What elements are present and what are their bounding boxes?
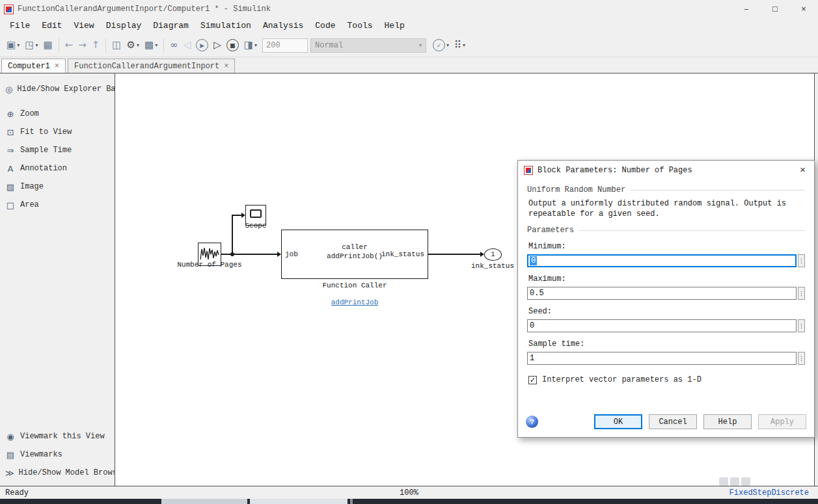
sidebar-item-model-browser[interactable]: ≫ Hide/Show Model Browser bbox=[5, 464, 115, 482]
minimum-options-button[interactable]: ⋮ bbox=[798, 254, 805, 267]
menu-code[interactable]: Code bbox=[309, 18, 341, 34]
stop-button[interactable]: ■ bbox=[224, 37, 241, 53]
minimum-input[interactable]: 0 bbox=[527, 254, 797, 267]
tab-close-icon[interactable]: × bbox=[224, 62, 228, 71]
wire-arrowhead-icon bbox=[241, 213, 245, 218]
new-model-button[interactable]: ▣ ▾ bbox=[4, 38, 22, 52]
menu-file[interactable]: File bbox=[4, 18, 36, 34]
menu-display[interactable]: Display bbox=[100, 18, 148, 34]
dialog-close-icon[interactable]: × bbox=[797, 165, 808, 176]
help-button[interactable]: Help bbox=[703, 414, 752, 429]
sidebar-item-viewmarks[interactable]: ▤ Viewmarks bbox=[5, 445, 115, 464]
back-button[interactable]: ← bbox=[62, 38, 76, 52]
sidebar-item-area[interactable]: □ Area bbox=[5, 196, 115, 214]
maximum-input[interactable] bbox=[527, 287, 797, 300]
maximum-options-button[interactable]: ⋮ bbox=[798, 287, 805, 300]
sidebar-item-viewmark-this-view[interactable]: ◉ Viewmark this View bbox=[5, 427, 115, 445]
vertical-dots-icon: ⋮ bbox=[798, 258, 804, 264]
seed-options-button[interactable]: ⋮ bbox=[798, 319, 805, 332]
tab-close-icon[interactable]: × bbox=[55, 62, 59, 71]
sidebar-item-label: Viewmarks bbox=[20, 450, 62, 459]
title-bar: FunctionCallerandArgumentInport/Computer… bbox=[0, 0, 818, 18]
update-diagram-button[interactable]: ✓ ▾ bbox=[430, 37, 452, 53]
maximum-label: Maximum: bbox=[528, 274, 805, 284]
apply-button[interactable]: Apply bbox=[758, 414, 806, 429]
checkbox-checked[interactable]: ✓ bbox=[528, 376, 537, 384]
menu-analysis[interactable]: Analysis bbox=[257, 18, 309, 34]
menu-view[interactable]: View bbox=[68, 18, 100, 34]
run-button[interactable]: ▶ bbox=[193, 37, 211, 53]
menu-help[interactable]: Help bbox=[379, 18, 411, 34]
chevron-down-icon: ▾ bbox=[137, 43, 139, 48]
seed-input[interactable] bbox=[527, 319, 797, 332]
sidebar-item-zoom[interactable]: ⊕ Zoom bbox=[5, 105, 115, 123]
parameters-group-title: Parameters bbox=[527, 226, 805, 235]
maximize-button[interactable]: □ bbox=[761, 0, 789, 18]
number-of-pages-label: Number of Pages bbox=[177, 261, 241, 269]
build-button[interactable]: ⠿ ▾ bbox=[452, 38, 468, 52]
branch-wire[interactable] bbox=[232, 215, 242, 216]
build-grid-icon: ⠿ bbox=[454, 40, 461, 50]
sample-time-options-button[interactable]: ⋮ bbox=[798, 352, 805, 365]
input-port-label: job bbox=[285, 250, 298, 258]
refresh-connections-button[interactable]: ∞ bbox=[167, 38, 181, 52]
ok-button[interactable]: OK bbox=[594, 414, 642, 429]
up-arrow-icon: ↑ bbox=[92, 40, 100, 50]
signal-wire[interactable] bbox=[221, 254, 277, 255]
stop-icon: ■ bbox=[226, 39, 239, 51]
explorer-bar-icon: ◎ bbox=[5, 85, 12, 94]
sidebar-item-explorer-bar[interactable]: ◎ Hide/Show Explorer Bar bbox=[5, 80, 115, 98]
tab-functioncallerandargumentinport[interactable]: FunctionCallerandArgumentInport × bbox=[68, 59, 235, 73]
signal-wire[interactable] bbox=[428, 254, 480, 255]
step-forward-button[interactable]: ▷ bbox=[211, 38, 224, 52]
dialog-title-bar[interactable]: Block Parameters: Number of Pages × bbox=[518, 161, 814, 180]
addprintjob-link[interactable]: addPrintJob bbox=[331, 298, 379, 306]
sidebar-item-image[interactable]: ▨ Image bbox=[5, 178, 115, 196]
stop-time-input[interactable] bbox=[262, 38, 308, 53]
library-browser-button[interactable]: ◫ bbox=[109, 38, 124, 52]
window-controls: – □ × bbox=[732, 0, 818, 18]
outport-block[interactable]: 1 bbox=[484, 248, 502, 261]
viewmark-icon: ◉ bbox=[5, 432, 16, 442]
menu-tools[interactable]: Tools bbox=[342, 18, 379, 34]
sample-time-input[interactable] bbox=[527, 352, 797, 365]
model-configuration-button[interactable]: ⚙ ▾ bbox=[124, 38, 142, 52]
minimum-row: 0 ⋮ bbox=[527, 254, 805, 267]
branch-wire[interactable] bbox=[232, 215, 233, 254]
menu-edit[interactable]: Edit bbox=[36, 18, 68, 34]
chevron-down-icon: ▾ bbox=[446, 43, 449, 48]
minimize-button[interactable]: – bbox=[732, 0, 761, 18]
simulation-display-button[interactable]: ◨ ▾ bbox=[241, 38, 260, 52]
toolbar-separator bbox=[59, 38, 59, 53]
menu-simulation[interactable]: Simulation bbox=[195, 18, 257, 34]
tab-computer1[interactable]: Computer1 × bbox=[1, 59, 66, 73]
wire-arrowhead-icon bbox=[277, 252, 281, 257]
run-icon: ▶ bbox=[196, 39, 208, 51]
minimum-label: Minimum: bbox=[528, 242, 805, 251]
function-caller-block[interactable]: caller addPrintJob() job ink_status bbox=[281, 230, 428, 279]
sidebar-item-label: Viewmark this View bbox=[20, 432, 105, 441]
open-button[interactable]: ◳ ▾ bbox=[22, 38, 40, 52]
sidebar-item-sample-time[interactable]: ⇒ Sample Time bbox=[5, 141, 115, 159]
up-to-parent-button[interactable]: ↑ bbox=[89, 38, 103, 52]
step-back-button[interactable]: ◁ bbox=[181, 38, 194, 52]
sidebar-item-fit-to-view[interactable]: ⊡ Fit to View bbox=[5, 123, 115, 141]
menu-diagram[interactable]: Diagram bbox=[147, 18, 195, 34]
sidebar-item-label: Hide/Show Model Browser bbox=[19, 468, 127, 477]
close-button[interactable]: × bbox=[789, 0, 818, 18]
cancel-button[interactable]: Cancel bbox=[649, 414, 697, 429]
interpret-vector-row: ✓ Interpret vector parameters as 1-D bbox=[528, 375, 805, 384]
save-button[interactable]: ▦ bbox=[40, 38, 55, 52]
sidebar-item-label: Fit to View bbox=[20, 127, 72, 137]
chevron-down-icon: ▾ bbox=[17, 43, 20, 48]
scope-screen-icon bbox=[250, 209, 262, 218]
sample-time-icon: ⇒ bbox=[5, 146, 16, 155]
gear-icon: ⚙ bbox=[127, 40, 135, 50]
simulation-mode-select[interactable]: Normal ▾ bbox=[310, 38, 426, 53]
forward-button[interactable]: → bbox=[75, 38, 89, 52]
help-sphere-icon[interactable]: ? bbox=[526, 416, 538, 428]
sidebar-item-annotation[interactable]: A Annotation bbox=[5, 159, 115, 178]
simulation-manager-button[interactable]: ▩ ▾ bbox=[142, 38, 160, 52]
explorer-sidebar: ◎ Hide/Show Explorer Bar ⊕ Zoom ⊡ Fit to… bbox=[0, 73, 115, 486]
status-solver-link[interactable]: FixedStepDiscrete bbox=[729, 488, 818, 497]
